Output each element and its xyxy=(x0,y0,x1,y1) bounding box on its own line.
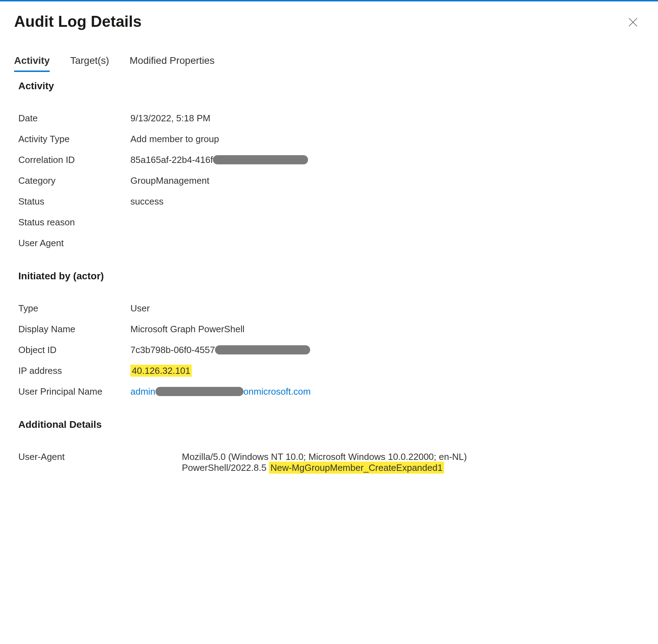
page-title: Audit Log Details xyxy=(14,13,142,30)
row-status: Status success xyxy=(14,191,644,212)
section-heading-additional: Additional Details xyxy=(14,419,644,430)
label-category: Category xyxy=(18,175,130,186)
value-date: 9/13/2022, 5:18 PM xyxy=(130,113,644,124)
row-status-reason: Status reason xyxy=(14,212,644,233)
close-button[interactable] xyxy=(626,15,640,30)
upn-prefix: admin xyxy=(130,386,155,397)
row-object-id: Object ID 7c3b798b-06f0-4557 xyxy=(14,340,644,360)
row-activity-type: Activity Type Add member to group xyxy=(14,129,644,150)
label-user-agent-top: User Agent xyxy=(18,238,130,249)
ip-highlight: 40.126.32.101 xyxy=(130,365,192,377)
value-activity-type: Add member to group xyxy=(130,134,644,145)
row-additional-user-agent: User-Agent Mozilla/5.0 (Windows NT 10.0;… xyxy=(14,446,644,478)
close-icon xyxy=(628,18,638,27)
upn-suffix: onmicrosoft.com xyxy=(244,386,311,397)
row-ip-address: IP address 40.126.32.101 xyxy=(14,360,644,381)
label-status: Status xyxy=(18,196,130,207)
tab-activity[interactable]: Activity xyxy=(14,55,50,72)
value-category: GroupManagement xyxy=(130,175,644,186)
redacted-block xyxy=(155,387,244,396)
row-user-agent-top: User Agent xyxy=(14,233,644,254)
value-object-id: 7c3b798b-06f0-4557 xyxy=(130,345,644,356)
tab-targets[interactable]: Target(s) xyxy=(70,55,109,72)
label-display-name: Display Name xyxy=(18,324,130,335)
section-heading-initiated-by: Initiated by (actor) xyxy=(14,271,644,282)
correlation-id-prefix: 85a165af-22b4-416f xyxy=(130,154,213,165)
label-correlation-id: Correlation ID xyxy=(18,154,130,165)
section-heading-activity: Activity xyxy=(14,80,644,92)
user-agent-highlight: New-MgGroupMember_CreateExpanded1 xyxy=(269,462,444,474)
row-upn: User Principal Name adminonmicrosoft.com xyxy=(14,381,644,402)
row-correlation-id: Correlation ID 85a165af-22b4-416f xyxy=(14,150,644,170)
tab-bar: Activity Target(s) Modified Properties xyxy=(14,55,644,72)
value-correlation-id: 85a165af-22b4-416f xyxy=(130,154,644,165)
label-date: Date xyxy=(18,113,130,124)
value-additional-user-agent: Mozilla/5.0 (Windows NT 10.0; Microsoft … xyxy=(182,451,485,473)
label-actor-type: Type xyxy=(18,303,130,314)
tab-modified-properties[interactable]: Modified Properties xyxy=(130,55,215,72)
value-status: success xyxy=(130,196,644,207)
row-display-name: Display Name Microsoft Graph PowerShell xyxy=(14,319,644,340)
label-activity-type: Activity Type xyxy=(18,134,130,145)
redacted-block xyxy=(213,155,308,164)
value-ip-address: 40.126.32.101 xyxy=(130,365,644,376)
label-object-id: Object ID xyxy=(18,345,130,356)
label-status-reason: Status reason xyxy=(18,217,130,228)
value-actor-type: User xyxy=(130,303,644,314)
object-id-prefix: 7c3b798b-06f0-4557 xyxy=(130,345,215,355)
row-date: Date 9/13/2022, 5:18 PM xyxy=(14,108,644,129)
label-upn: User Principal Name xyxy=(18,386,130,397)
redacted-block xyxy=(215,345,310,354)
value-upn[interactable]: adminonmicrosoft.com xyxy=(130,386,644,397)
value-display-name: Microsoft Graph PowerShell xyxy=(130,324,644,335)
row-category: Category GroupManagement xyxy=(14,170,644,191)
row-actor-type: Type User xyxy=(14,298,644,319)
label-additional-user-agent: User-Agent xyxy=(18,451,182,462)
label-ip-address: IP address xyxy=(18,365,130,376)
